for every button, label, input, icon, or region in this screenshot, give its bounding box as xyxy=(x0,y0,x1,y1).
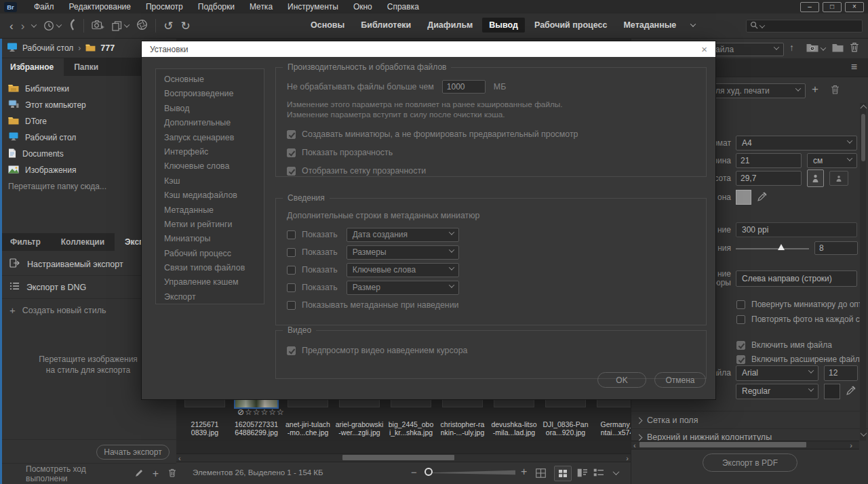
show-metadata-on-hover-option[interactable]: Показывать метаданные при наведении xyxy=(287,300,695,310)
edit-pencil-icon[interactable] xyxy=(135,469,143,479)
export-pdf-button[interactable]: Экспорт в PDF xyxy=(703,453,797,472)
add-icon[interactable]: + xyxy=(153,468,159,480)
scrollbar-thumb[interactable] xyxy=(342,455,454,460)
scroll-right-icon[interactable]: › xyxy=(626,455,629,462)
repeat-photo-option[interactable]: Повторять фото на каждой странице xyxy=(736,311,862,327)
tab-libraries[interactable]: Библиотеки xyxy=(354,18,418,33)
boomerang-icon[interactable] xyxy=(68,19,76,33)
file-item-selected[interactable]: ⊘☆☆☆☆☆ 1620572733164886299.jpg xyxy=(232,396,281,437)
tab-output[interactable]: Вывод xyxy=(482,18,525,33)
include-extension-checkbox[interactable] xyxy=(736,355,745,364)
height-input[interactable] xyxy=(736,171,802,186)
nav-startup-scripts[interactable]: Запуск сценариев xyxy=(156,131,264,145)
resolution-field[interactable]: 300 ppi xyxy=(736,222,857,237)
show-transparency-option[interactable]: Показать прозрачность xyxy=(287,148,695,157)
scroll-down-icon[interactable] xyxy=(861,430,867,437)
unit-dropdown[interactable]: см xyxy=(807,153,857,168)
tab-workflow[interactable]: Рабочий процесс xyxy=(528,18,614,33)
font-size-input[interactable] xyxy=(824,365,858,381)
workspace-chevron-icon[interactable] xyxy=(690,21,696,26)
file-item[interactable]: big_2445_oboi_kr...shka.jpg xyxy=(387,397,435,437)
copy-files-icon[interactable] xyxy=(112,21,129,31)
delete-item-icon[interactable] xyxy=(850,42,859,54)
quality-slider[interactable] xyxy=(736,243,809,253)
menu-window[interactable]: Окно xyxy=(346,0,380,14)
star-rating[interactable]: ⊘☆☆☆☆☆ xyxy=(237,407,285,417)
tab-favorites[interactable]: Избранное xyxy=(0,58,64,76)
tab-metadata[interactable]: Метаданные xyxy=(616,18,683,33)
show-transparency-grid-option[interactable]: Отобразить сетку прозрачности xyxy=(287,166,695,176)
back-button[interactable]: ‹ xyxy=(9,20,14,32)
list-view-icon[interactable] xyxy=(593,468,604,477)
zoom-slider-track[interactable] xyxy=(430,470,515,475)
forward-button[interactable]: › xyxy=(21,20,25,32)
scrollbar-thumb[interactable] xyxy=(639,442,806,447)
eyedropper-icon[interactable] xyxy=(757,192,767,203)
show-line2-checkbox[interactable] xyxy=(287,248,296,257)
search-input[interactable] xyxy=(766,22,850,31)
quality-input[interactable] xyxy=(814,241,858,255)
history-icon[interactable] xyxy=(43,20,61,31)
generate-thumbnails-checkbox[interactable] xyxy=(287,130,296,139)
get-photos-camera-icon[interactable] xyxy=(92,20,104,32)
nav-cache[interactable]: Кэш xyxy=(156,174,264,188)
nav-output[interactable]: Вывод xyxy=(156,102,264,116)
font-style-dropdown[interactable]: Regular xyxy=(736,384,818,399)
nav-file-type-associations[interactable]: Связи типов файлов xyxy=(156,261,264,275)
menu-stacks[interactable]: Подборки xyxy=(191,0,242,14)
scroll-left-icon[interactable]: ‹ xyxy=(178,455,181,462)
refine-aperture-icon[interactable] xyxy=(136,19,148,33)
repeat-photo-checkbox[interactable] xyxy=(736,315,745,324)
quality-slider-thumb[interactable] xyxy=(778,244,785,250)
menu-tools[interactable]: Инструменты xyxy=(280,0,346,14)
generate-thumbnails-option[interactable]: Создавать миниатюры, а не формировать пр… xyxy=(287,129,695,139)
show-line3-checkbox[interactable] xyxy=(287,266,296,275)
nav-metadata[interactable]: Метаданные xyxy=(156,203,264,218)
tab-filmstrip[interactable]: Диафильм xyxy=(420,18,479,33)
output-horizontal-scrollbar[interactable]: ‹ › xyxy=(631,441,859,449)
menu-file[interactable]: Файл xyxy=(26,0,62,14)
nav-labels-ratings[interactable]: Метки и рейтинги xyxy=(156,218,264,232)
file-item[interactable]: devushka-litso-mila...lad.jpg xyxy=(490,397,538,437)
menu-label[interactable]: Метка xyxy=(242,0,280,14)
history-chevron-icon[interactable] xyxy=(56,22,62,27)
show-transparency-grid-checkbox[interactable] xyxy=(287,167,296,176)
dialog-close-icon[interactable]: × xyxy=(701,44,707,54)
scroll-left-icon[interactable]: ‹ xyxy=(633,442,636,449)
recent-folder-chevron-icon[interactable] xyxy=(821,45,826,50)
nav-chevron-icon[interactable] xyxy=(31,22,37,27)
output-vertical-scrollbar[interactable] xyxy=(860,103,866,441)
breadcrumb-folder[interactable]: 777 xyxy=(100,43,115,53)
add-template-icon[interactable]: + xyxy=(812,83,818,96)
sort-dropdown[interactable]: айла xyxy=(709,43,784,56)
zoom-slider-thumb[interactable] xyxy=(425,468,433,476)
nav-interface[interactable]: Интерфейс xyxy=(156,145,264,159)
minimize-button[interactable]: – xyxy=(800,2,819,12)
breadcrumb-root[interactable]: Рабочий стол xyxy=(22,43,73,53)
sort-ascending-icon[interactable]: ↑ xyxy=(789,42,794,53)
font-family-dropdown[interactable]: Arial xyxy=(736,365,818,381)
redo-icon[interactable]: ↻ xyxy=(181,20,191,32)
dialog-titlebar[interactable]: Установки × xyxy=(142,41,715,57)
scroll-up-icon[interactable] xyxy=(861,105,867,112)
menu-view[interactable]: Просмотр xyxy=(138,0,191,14)
zoom-in-icon[interactable]: + xyxy=(521,466,527,478)
video-hover-preview-checkbox[interactable] xyxy=(287,346,296,355)
output-template-dropdown[interactable]: ля худ. печати xyxy=(709,83,806,98)
section-grid-margins[interactable]: Сетка и поля xyxy=(631,413,868,428)
copy-chevron-icon[interactable] xyxy=(124,22,130,27)
width-input[interactable] xyxy=(736,153,802,168)
metadata-line3-dropdown[interactable]: Ключевые слова xyxy=(347,263,459,277)
panel-menu-icon[interactable]: ≡ xyxy=(851,61,857,73)
new-folder-icon[interactable] xyxy=(832,43,844,54)
file-item[interactable]: anet-jiri-tulach-mo...che.jpg xyxy=(283,397,332,437)
zoom-out-icon[interactable]: − xyxy=(411,466,417,478)
undo-icon[interactable]: ↺ xyxy=(163,20,173,32)
tab-essentials[interactable]: Основы xyxy=(304,18,351,33)
nav-export[interactable]: Экспорт xyxy=(156,290,264,304)
metadata-line2-dropdown[interactable]: Размеры xyxy=(347,245,459,260)
delete-template-icon[interactable] xyxy=(831,85,840,96)
nav-general[interactable]: Основные xyxy=(156,73,264,87)
nav-keywords[interactable]: Ключевые слова xyxy=(156,159,264,174)
metadata-line1-dropdown[interactable]: Дата создания xyxy=(347,228,459,242)
